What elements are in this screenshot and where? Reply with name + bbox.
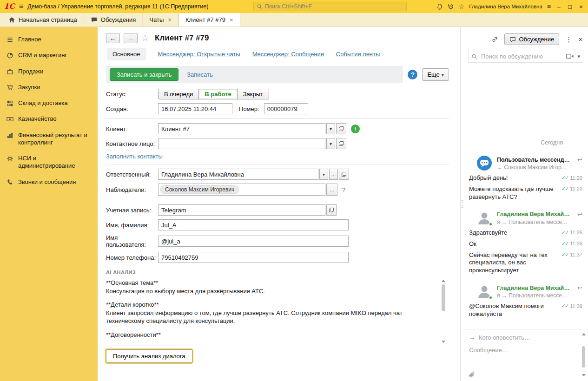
window-tab[interactable]: Начальная страница — [2, 13, 84, 26]
global-search-input[interactable]: Поиск Ctrl+Shift+F — [253, 2, 407, 11]
save-and-close-button[interactable]: Записать и закрыть — [110, 68, 178, 81]
sidebar-item-label: НСИ и администрирование — [18, 155, 94, 170]
status-option[interactable]: В очереди — [158, 89, 199, 99]
sidebar-item[interactable]: Казначейство — [0, 111, 98, 127]
message-time: 11:26 — [570, 230, 582, 235]
reply-icon[interactable]: ↩ — [577, 284, 582, 291]
panel-splitter[interactable] — [460, 27, 463, 381]
scroll-up-icon[interactable] — [442, 280, 445, 282]
client-open-button[interactable] — [336, 123, 346, 134]
sidebar-item[interactable]: Продажи — [0, 64, 98, 79]
contact-open-button[interactable] — [336, 138, 346, 149]
nav-tab[interactable]: События ленты — [336, 51, 380, 58]
main-menu-icon[interactable]: ≡ — [19, 2, 23, 11]
nav-tab[interactable]: Мессенджер: Сообщения — [252, 51, 324, 58]
add-to-favorites-icon[interactable]: ☆ — [141, 33, 149, 43]
reply-icon[interactable]: ↩ — [577, 156, 582, 163]
created-input[interactable] — [158, 103, 232, 114]
watcher-chip[interactable]: Соколов Максим Игоревич — [160, 185, 239, 194]
message[interactable]: Здравтсвуйте✓✓11:26 — [469, 229, 582, 237]
window-maximize-icon[interactable]: □ — [567, 3, 573, 10]
message[interactable]: @Соколов Максим помоги пожалуйста✓✓11:39 — [469, 302, 582, 318]
compose-scrollbar[interactable] — [581, 332, 586, 378]
watchers-help-link[interactable]: ? — [342, 186, 345, 193]
favorites-star-icon[interactable]: ☆ — [459, 3, 465, 10]
responsible-choose-button[interactable]: … — [329, 169, 338, 180]
tab-close-icon[interactable]: × — [230, 16, 233, 23]
discussion-search-input[interactable]: Поиск по обсуждению ▾ — [468, 50, 583, 63]
more-button[interactable]: Еще ▾ — [422, 68, 449, 81]
phone-input[interactable] — [158, 252, 349, 263]
history-icon[interactable] — [448, 3, 454, 10]
responsible-dropdown-button[interactable]: ▾ — [319, 169, 328, 180]
video-call-icon[interactable] — [566, 53, 574, 59]
reply-icon[interactable]: ↩ — [577, 211, 582, 218]
watchers-field[interactable]: Соколов Максим Игоревич — [158, 184, 325, 196]
sidebar-item[interactable]: Склад и доставка — [0, 95, 98, 111]
command-bar: Записать и закрыть Записать ? Еще ▾ — [106, 66, 449, 83]
watchers-choose-button[interactable]: … — [326, 184, 337, 196]
ai-analysis-text[interactable]: **Основная тема**Консультация по выбору … — [106, 279, 449, 345]
fullname-input[interactable] — [158, 219, 349, 230]
sidebar-item[interactable]: Звонки и сообщения — [0, 174, 98, 190]
notifications-bell-icon[interactable] — [436, 3, 443, 10]
username-input[interactable] — [158, 236, 349, 247]
client-dropdown-button[interactable]: ▾ — [326, 123, 335, 134]
sidebar-item[interactable]: Главное — [0, 32, 98, 47]
number-input[interactable] — [264, 103, 308, 114]
window-tab[interactable]: Обсуждения — [84, 13, 143, 26]
responsible-open-button[interactable] — [339, 169, 349, 180]
add-client-button[interactable]: + — [351, 125, 360, 133]
client-input[interactable] — [158, 123, 325, 134]
attach-file-icon[interactable] — [469, 371, 475, 378]
message[interactable]: Добрый день!✓✓11:20 — [469, 174, 582, 182]
nav-tab[interactable]: Основное — [107, 48, 146, 60]
contact-input[interactable] — [158, 138, 325, 149]
message-group: Пользователь мессенд…↩→ Соколов Максим И… — [469, 155, 582, 204]
message-input[interactable]: Сообщение… — [469, 347, 577, 354]
status-option[interactable]: Закрыт — [237, 89, 269, 99]
back-button[interactable]: ← — [106, 33, 120, 43]
tab-close-icon[interactable]: × — [168, 16, 172, 23]
notify-input[interactable]: → Кого оповестить… — [469, 334, 577, 341]
scroll-down-icon[interactable] — [582, 374, 586, 376]
discussion-close-icon[interactable]: × — [578, 35, 582, 43]
get-analysis-button[interactable]: Получить анализ диалога — [106, 349, 192, 363]
sidebar-item[interactable]: CRM и маркетинг — [0, 47, 98, 63]
scrollbar-thumb[interactable] — [582, 346, 585, 368]
copy-link-icon[interactable] — [491, 36, 498, 43]
chevron-down-icon[interactable]: ▾ — [577, 53, 580, 59]
account-open-button[interactable] — [326, 204, 337, 216]
window-minimize-icon[interactable]: – — [555, 3, 562, 10]
separator — [106, 200, 449, 200]
interface-settings-icon[interactable]: ≡ — [547, 3, 551, 10]
window-tab[interactable]: Клиент #7 #79× — [178, 13, 240, 26]
save-link[interactable]: Записать — [187, 71, 213, 78]
contact-dropdown-button[interactable]: ▾ — [326, 138, 335, 149]
responsible-input[interactable] — [158, 169, 318, 180]
scroll-down-icon[interactable] — [442, 341, 445, 343]
sidebar-item[interactable]: Финансовый результат и контроллинг — [0, 127, 98, 151]
ai-scrollbar[interactable] — [441, 279, 446, 345]
help-button[interactable]: ? — [408, 70, 417, 79]
message[interactable]: Можете подсказать где лучше развернуть А… — [469, 185, 582, 201]
current-user-name[interactable]: Гладилина Вера Михайловна — [469, 4, 542, 9]
forward-button[interactable]: → — [124, 33, 138, 43]
discussion-toggle-button[interactable]: Обсуждение — [504, 33, 559, 45]
scroll-up-icon[interactable] — [582, 333, 586, 335]
message[interactable]: Сейчас переведу чат на тех специалиста, … — [469, 251, 582, 275]
fill-contacts-link[interactable]: Заполнить контакты — [106, 153, 163, 160]
window-close-icon[interactable]: × — [578, 3, 584, 10]
message[interactable]: Ок✓✓11:26 — [469, 240, 582, 248]
account-input[interactable] — [158, 204, 325, 216]
discussion-menu-icon[interactable]: ⋮ — [565, 35, 572, 44]
read-checks-icon: ✓✓ — [562, 241, 568, 247]
message-group-header: Пользователь мессенд…↩→ Соколов Максим И… — [476, 155, 582, 171]
sidebar-item[interactable]: Закупки — [0, 79, 98, 95]
nav-tab[interactable]: Мессенджер: Открытые чаты — [158, 51, 240, 58]
window-tab[interactable]: Чаты× — [143, 13, 178, 26]
status-segmented-control: В очередиВ работеЗакрыт — [158, 89, 269, 99]
status-option[interactable]: В работе — [198, 89, 237, 99]
scrollbar-thumb[interactable] — [442, 284, 445, 311]
sidebar-item[interactable]: НСИ и администрирование — [0, 151, 98, 174]
